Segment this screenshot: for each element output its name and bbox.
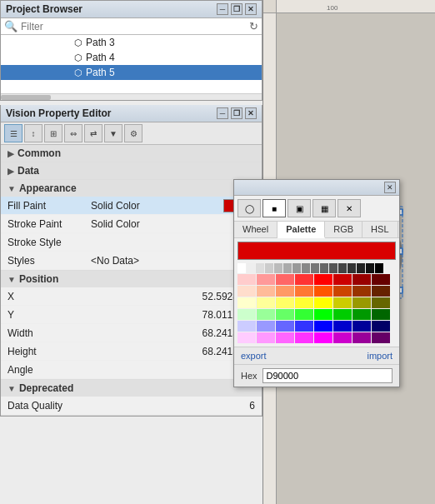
mode-x-btn[interactable]: ✕ <box>338 199 361 217</box>
width-value[interactable]: 68.2413482 <box>91 327 255 339</box>
palette-cell[interactable] <box>314 321 332 332</box>
prop-close-button[interactable]: ✕ <box>245 107 257 119</box>
palette-cell[interactable] <box>257 332 275 343</box>
palette-cell[interactable] <box>348 263 356 273</box>
palette-cell[interactable] <box>238 297 256 308</box>
prop-minimize-button[interactable]: ─ <box>217 107 228 119</box>
palette-cell[interactable] <box>256 263 264 273</box>
prop-restore-button[interactable]: ❐ <box>231 107 242 119</box>
palette-cell[interactable] <box>357 263 365 273</box>
hex-input[interactable] <box>262 368 392 383</box>
palette-cell[interactable] <box>257 309 275 320</box>
palette-cell[interactable] <box>333 321 352 332</box>
palette-cell[interactable] <box>276 332 294 343</box>
palette-cell[interactable] <box>352 332 371 343</box>
scroll-thumb[interactable] <box>1 95 51 100</box>
palette-cell[interactable] <box>372 297 390 308</box>
palette-cell[interactable] <box>333 332 352 343</box>
common-section-header[interactable]: ▶ Common <box>1 145 262 162</box>
toolbar-btn-settings[interactable]: ⚙ <box>124 124 142 142</box>
palette-cell[interactable] <box>238 309 256 320</box>
tab-palette[interactable]: Palette <box>278 222 325 238</box>
mode-circle-btn[interactable]: ◯ <box>238 199 261 217</box>
palette-cell[interactable] <box>352 297 371 308</box>
palette-cell[interactable] <box>276 286 294 297</box>
palette-cell[interactable] <box>314 309 332 320</box>
toolbar-btn-grid[interactable]: ⊞ <box>44 124 62 142</box>
tree-item-path4[interactable]: ⬡ Path 4 <box>1 50 262 65</box>
height-value[interactable]: 68.2415771 <box>91 346 255 357</box>
palette-cell[interactable] <box>295 321 313 332</box>
x-value[interactable]: 52.5928192 <box>91 291 255 302</box>
tree-item-path5[interactable]: ⬡ Path 5 <box>1 65 262 80</box>
tab-hsl[interactable]: HSL <box>362 222 398 237</box>
refresh-icon[interactable]: ↻ <box>249 20 258 32</box>
palette-cell[interactable] <box>265 263 273 273</box>
palette-cell[interactable] <box>352 321 371 332</box>
palette-cell[interactable] <box>372 286 390 297</box>
palette-cell[interactable] <box>375 263 383 273</box>
palette-cell[interactable] <box>276 274 294 285</box>
palette-cell[interactable] <box>276 309 294 320</box>
styles-value[interactable]: <No Data> <box>91 255 255 267</box>
palette-cell[interactable] <box>257 286 275 297</box>
close-button[interactable]: ✕ <box>245 3 257 15</box>
palette-cell[interactable] <box>366 263 374 273</box>
palette-cell[interactable] <box>292 263 301 273</box>
export-link[interactable]: export <box>241 351 267 361</box>
angle-value[interactable]: 0 <box>91 364 255 376</box>
toolbar-btn-arrow[interactable]: ⇄ <box>84 124 102 142</box>
palette-cell[interactable] <box>314 332 332 343</box>
tree-item-path3[interactable]: ⬡ Path 3 <box>1 35 262 50</box>
palette-cell[interactable] <box>314 286 332 297</box>
palette-cell[interactable] <box>274 263 282 273</box>
palette-cell[interactable] <box>314 297 332 308</box>
palette-cell[interactable] <box>295 332 313 343</box>
palette-cell[interactable] <box>295 274 313 285</box>
palette-cell[interactable] <box>311 263 319 273</box>
current-color-bar[interactable] <box>238 242 396 260</box>
toolbar-btn-filter[interactable]: ▼ <box>104 124 122 142</box>
stroke-paint-value[interactable]: Solid Color <box>91 218 235 230</box>
palette-cell[interactable] <box>283 263 292 273</box>
palette-cell[interactable] <box>295 297 313 308</box>
tab-wheel[interactable]: Wheel <box>234 222 278 237</box>
restore-button[interactable]: ❐ <box>231 3 242 15</box>
scrollbar[interactable] <box>1 93 262 100</box>
palette-cell[interactable] <box>257 274 275 285</box>
mode-square-btn[interactable]: ■ <box>262 199 286 217</box>
palette-cell[interactable] <box>372 321 390 332</box>
palette-cell[interactable] <box>352 309 371 320</box>
toolbar-btn-sort[interactable]: ↕ <box>24 124 42 142</box>
palette-cell[interactable] <box>238 274 256 285</box>
color-picker-close-button[interactable]: ✕ <box>384 182 396 193</box>
palette-cell[interactable] <box>238 321 256 332</box>
toolbar-btn-split[interactable]: ⇔ <box>64 124 82 142</box>
palette-cell[interactable] <box>302 263 310 273</box>
fill-paint-value[interactable]: Solid Color <box>91 200 220 212</box>
palette-cell[interactable] <box>257 321 275 332</box>
y-value[interactable]: 78.0112915 <box>91 309 255 321</box>
palette-cell[interactable] <box>276 321 294 332</box>
palette-cell[interactable] <box>295 309 313 320</box>
mode-square3-btn[interactable]: ▦ <box>312 199 336 217</box>
palette-cell[interactable] <box>238 332 256 343</box>
deprecated-section-header[interactable]: ▼ Deprecated <box>1 380 262 397</box>
palette-cell[interactable] <box>320 263 328 273</box>
palette-cell[interactable] <box>333 286 352 297</box>
palette-cell[interactable] <box>276 297 294 308</box>
palette-cell[interactable] <box>372 309 390 320</box>
palette-cell[interactable] <box>238 286 256 297</box>
palette-cell[interactable] <box>372 332 390 343</box>
data-section-header[interactable]: ▶ Data <box>1 162 262 179</box>
tab-rgb[interactable]: RGB <box>325 222 362 237</box>
palette-cell[interactable] <box>352 286 371 297</box>
palette-cell[interactable] <box>247 263 255 273</box>
palette-cell[interactable] <box>338 263 347 273</box>
position-section-header[interactable]: ▼ Position <box>1 271 262 287</box>
palette-cell[interactable] <box>314 274 332 285</box>
filter-input[interactable] <box>21 21 246 32</box>
palette-cell[interactable] <box>333 274 352 285</box>
appearance-section-header[interactable]: ▼ Appearance <box>1 180 262 197</box>
palette-cell[interactable] <box>352 274 371 285</box>
